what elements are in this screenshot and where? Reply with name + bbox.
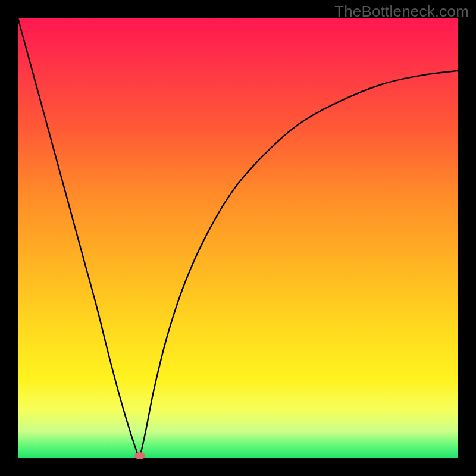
watermark-text: TheBottleneck.com xyxy=(334,2,469,21)
optimum-marker xyxy=(134,452,145,459)
bottleneck-curve xyxy=(18,18,458,458)
plot-area xyxy=(18,18,458,458)
curve-path xyxy=(18,18,458,458)
chart-frame: TheBottleneck.com xyxy=(0,0,476,476)
